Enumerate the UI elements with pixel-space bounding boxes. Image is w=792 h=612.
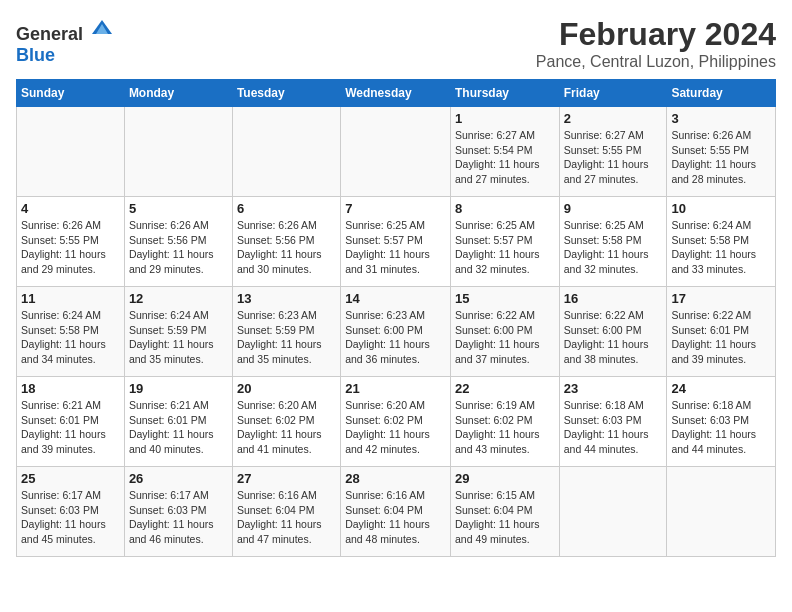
calendar-cell: 29Sunrise: 6:15 AMSunset: 6:04 PMDayligh…: [450, 467, 559, 557]
calendar-cell: 4Sunrise: 6:26 AMSunset: 5:55 PMDaylight…: [17, 197, 125, 287]
calendar-cell: 28Sunrise: 6:16 AMSunset: 6:04 PMDayligh…: [341, 467, 451, 557]
calendar-cell: 2Sunrise: 6:27 AMSunset: 5:55 PMDaylight…: [559, 107, 667, 197]
day-number: 19: [129, 381, 228, 396]
day-number: 12: [129, 291, 228, 306]
calendar-cell: 15Sunrise: 6:22 AMSunset: 6:00 PMDayligh…: [450, 287, 559, 377]
day-info: Sunrise: 6:22 AMSunset: 6:01 PMDaylight:…: [671, 308, 771, 367]
calendar-cell: [667, 467, 776, 557]
day-info: Sunrise: 6:24 AMSunset: 5:58 PMDaylight:…: [671, 218, 771, 277]
day-number: 3: [671, 111, 771, 126]
day-number: 28: [345, 471, 446, 486]
header-day-friday: Friday: [559, 80, 667, 107]
calendar-cell: 16Sunrise: 6:22 AMSunset: 6:00 PMDayligh…: [559, 287, 667, 377]
day-info: Sunrise: 6:17 AMSunset: 6:03 PMDaylight:…: [129, 488, 228, 547]
day-info: Sunrise: 6:25 AMSunset: 5:57 PMDaylight:…: [345, 218, 446, 277]
day-number: 13: [237, 291, 336, 306]
day-info: Sunrise: 6:20 AMSunset: 6:02 PMDaylight:…: [237, 398, 336, 457]
header-day-monday: Monday: [124, 80, 232, 107]
day-info: Sunrise: 6:26 AMSunset: 5:56 PMDaylight:…: [237, 218, 336, 277]
logo-icon: [90, 16, 114, 40]
day-number: 4: [21, 201, 120, 216]
day-number: 16: [564, 291, 663, 306]
day-info: Sunrise: 6:21 AMSunset: 6:01 PMDaylight:…: [21, 398, 120, 457]
subtitle: Pance, Central Luzon, Philippines: [536, 53, 776, 71]
day-info: Sunrise: 6:16 AMSunset: 6:04 PMDaylight:…: [345, 488, 446, 547]
calendar-cell: 8Sunrise: 6:25 AMSunset: 5:57 PMDaylight…: [450, 197, 559, 287]
day-number: 26: [129, 471, 228, 486]
day-info: Sunrise: 6:15 AMSunset: 6:04 PMDaylight:…: [455, 488, 555, 547]
calendar-cell: 27Sunrise: 6:16 AMSunset: 6:04 PMDayligh…: [232, 467, 340, 557]
header: General Blue February 2024 Pance, Centra…: [16, 16, 776, 71]
day-info: Sunrise: 6:18 AMSunset: 6:03 PMDaylight:…: [671, 398, 771, 457]
calendar-cell: 18Sunrise: 6:21 AMSunset: 6:01 PMDayligh…: [17, 377, 125, 467]
calendar-cell: [124, 107, 232, 197]
calendar-cell: 21Sunrise: 6:20 AMSunset: 6:02 PMDayligh…: [341, 377, 451, 467]
calendar-cell: 25Sunrise: 6:17 AMSunset: 6:03 PMDayligh…: [17, 467, 125, 557]
day-info: Sunrise: 6:16 AMSunset: 6:04 PMDaylight:…: [237, 488, 336, 547]
calendar-cell: 1Sunrise: 6:27 AMSunset: 5:54 PMDaylight…: [450, 107, 559, 197]
header-day-saturday: Saturday: [667, 80, 776, 107]
logo-blue: Blue: [16, 45, 55, 65]
day-info: Sunrise: 6:26 AMSunset: 5:55 PMDaylight:…: [21, 218, 120, 277]
day-number: 17: [671, 291, 771, 306]
day-info: Sunrise: 6:19 AMSunset: 6:02 PMDaylight:…: [455, 398, 555, 457]
calendar-week-1: 1Sunrise: 6:27 AMSunset: 5:54 PMDaylight…: [17, 107, 776, 197]
day-number: 24: [671, 381, 771, 396]
day-number: 11: [21, 291, 120, 306]
day-info: Sunrise: 6:26 AMSunset: 5:56 PMDaylight:…: [129, 218, 228, 277]
day-info: Sunrise: 6:18 AMSunset: 6:03 PMDaylight:…: [564, 398, 663, 457]
calendar-cell: [559, 467, 667, 557]
day-number: 14: [345, 291, 446, 306]
header-day-sunday: Sunday: [17, 80, 125, 107]
day-info: Sunrise: 6:22 AMSunset: 6:00 PMDaylight:…: [455, 308, 555, 367]
calendar-cell: [17, 107, 125, 197]
day-number: 2: [564, 111, 663, 126]
calendar-cell: 17Sunrise: 6:22 AMSunset: 6:01 PMDayligh…: [667, 287, 776, 377]
calendar-cell: 22Sunrise: 6:19 AMSunset: 6:02 PMDayligh…: [450, 377, 559, 467]
logo: General Blue: [16, 16, 114, 66]
calendar-cell: [232, 107, 340, 197]
day-number: 20: [237, 381, 336, 396]
calendar-cell: 9Sunrise: 6:25 AMSunset: 5:58 PMDaylight…: [559, 197, 667, 287]
calendar-cell: 10Sunrise: 6:24 AMSunset: 5:58 PMDayligh…: [667, 197, 776, 287]
day-number: 22: [455, 381, 555, 396]
calendar-cell: 5Sunrise: 6:26 AMSunset: 5:56 PMDaylight…: [124, 197, 232, 287]
calendar-week-4: 18Sunrise: 6:21 AMSunset: 6:01 PMDayligh…: [17, 377, 776, 467]
calendar-cell: 14Sunrise: 6:23 AMSunset: 6:00 PMDayligh…: [341, 287, 451, 377]
day-number: 23: [564, 381, 663, 396]
day-number: 9: [564, 201, 663, 216]
day-number: 15: [455, 291, 555, 306]
day-info: Sunrise: 6:22 AMSunset: 6:00 PMDaylight:…: [564, 308, 663, 367]
calendar-cell: [341, 107, 451, 197]
day-info: Sunrise: 6:25 AMSunset: 5:57 PMDaylight:…: [455, 218, 555, 277]
main-title: February 2024: [536, 16, 776, 53]
calendar-header-row: SundayMondayTuesdayWednesdayThursdayFrid…: [17, 80, 776, 107]
day-info: Sunrise: 6:27 AMSunset: 5:54 PMDaylight:…: [455, 128, 555, 187]
day-info: Sunrise: 6:20 AMSunset: 6:02 PMDaylight:…: [345, 398, 446, 457]
calendar-cell: 26Sunrise: 6:17 AMSunset: 6:03 PMDayligh…: [124, 467, 232, 557]
day-info: Sunrise: 6:24 AMSunset: 5:58 PMDaylight:…: [21, 308, 120, 367]
day-number: 8: [455, 201, 555, 216]
calendar-cell: 6Sunrise: 6:26 AMSunset: 5:56 PMDaylight…: [232, 197, 340, 287]
header-day-wednesday: Wednesday: [341, 80, 451, 107]
calendar-cell: 3Sunrise: 6:26 AMSunset: 5:55 PMDaylight…: [667, 107, 776, 197]
calendar-cell: 20Sunrise: 6:20 AMSunset: 6:02 PMDayligh…: [232, 377, 340, 467]
day-info: Sunrise: 6:23 AMSunset: 6:00 PMDaylight:…: [345, 308, 446, 367]
day-number: 7: [345, 201, 446, 216]
day-number: 5: [129, 201, 228, 216]
day-info: Sunrise: 6:23 AMSunset: 5:59 PMDaylight:…: [237, 308, 336, 367]
header-day-thursday: Thursday: [450, 80, 559, 107]
day-number: 25: [21, 471, 120, 486]
logo-text: General Blue: [16, 16, 114, 66]
calendar-cell: 7Sunrise: 6:25 AMSunset: 5:57 PMDaylight…: [341, 197, 451, 287]
calendar-cell: 23Sunrise: 6:18 AMSunset: 6:03 PMDayligh…: [559, 377, 667, 467]
calendar-week-2: 4Sunrise: 6:26 AMSunset: 5:55 PMDaylight…: [17, 197, 776, 287]
calendar-cell: 12Sunrise: 6:24 AMSunset: 5:59 PMDayligh…: [124, 287, 232, 377]
calendar-week-3: 11Sunrise: 6:24 AMSunset: 5:58 PMDayligh…: [17, 287, 776, 377]
day-number: 6: [237, 201, 336, 216]
day-number: 27: [237, 471, 336, 486]
day-info: Sunrise: 6:21 AMSunset: 6:01 PMDaylight:…: [129, 398, 228, 457]
calendar-week-5: 25Sunrise: 6:17 AMSunset: 6:03 PMDayligh…: [17, 467, 776, 557]
day-info: Sunrise: 6:25 AMSunset: 5:58 PMDaylight:…: [564, 218, 663, 277]
logo-general: General: [16, 24, 83, 44]
